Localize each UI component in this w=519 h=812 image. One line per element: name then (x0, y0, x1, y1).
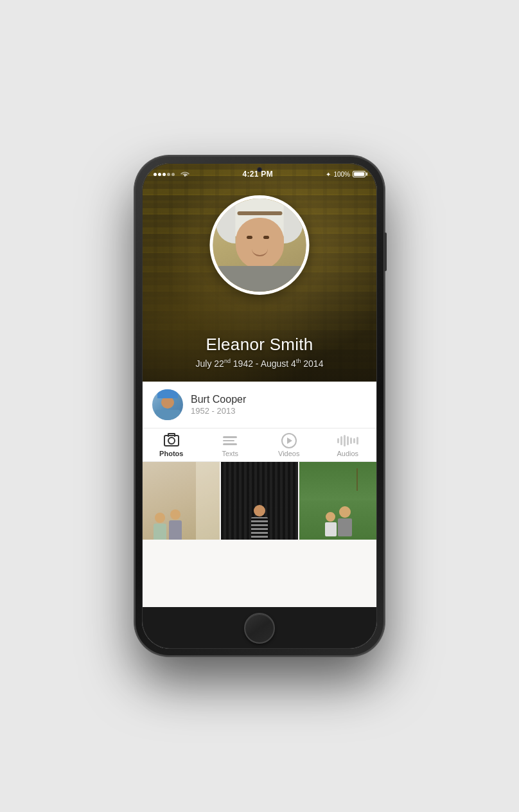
hero-info: Eleanor Smith July 22nd 1942 - August 4t… (142, 335, 377, 369)
wifi-icon (180, 168, 189, 180)
tab-videos-label: Videos (278, 450, 299, 457)
signal-dot-3 (163, 173, 166, 176)
tab-videos[interactable]: Videos (260, 434, 319, 457)
content-area: Burt Cooper 1952 - 2013 Photos (142, 382, 377, 607)
tab-texts-label: Texts (222, 450, 238, 457)
signal-dot-1 (154, 173, 157, 176)
photo-cell-3[interactable] (299, 462, 377, 540)
person-dates: July 22nd 1942 - August 4th 2014 (142, 358, 377, 369)
photo-cell-2[interactable] (221, 462, 299, 540)
tab-bar: Photos Texts (142, 428, 377, 462)
tab-texts[interactable]: Texts (201, 434, 260, 457)
tab-audios[interactable]: Audios (319, 434, 378, 457)
signal-dot-5 (172, 173, 175, 176)
tab-audios-label: Audios (337, 450, 358, 457)
battery-icon (353, 171, 365, 177)
text-lines-icon (221, 434, 239, 448)
related-person-name: Burt Cooper (191, 394, 246, 405)
front-camera (257, 167, 262, 172)
hero-section: Eleanor Smith July 22nd 1942 - August 4t… (142, 163, 377, 382)
tab-photos-label: Photos (159, 450, 183, 457)
audio-icon (339, 434, 356, 448)
photo-grid (142, 462, 377, 607)
signal-indicator (154, 173, 175, 176)
photo-cell-1[interactable] (142, 462, 220, 540)
signal-dot-4 (167, 173, 170, 176)
status-left (154, 168, 189, 180)
tab-photos[interactable]: Photos (142, 434, 201, 457)
phone-screen: 4:21 PM ✦ 100% (142, 163, 377, 649)
signal-dot-2 (158, 173, 161, 176)
battery-percentage: 100% (333, 171, 350, 178)
related-person-card[interactable]: Burt Cooper 1952 - 2013 (142, 382, 377, 428)
status-bar: 4:21 PM ✦ 100% (142, 163, 377, 181)
bluetooth-icon: ✦ (326, 171, 331, 178)
phone-device: 4:21 PM ✦ 100% (134, 155, 385, 657)
profile-avatar[interactable] (210, 195, 310, 295)
person-name: Eleanor Smith (142, 335, 377, 355)
related-person-years: 1952 - 2013 (191, 406, 246, 416)
home-button-area (142, 607, 377, 649)
camera-icon (163, 434, 180, 448)
status-right: ✦ 100% (326, 171, 365, 178)
profile-photo (213, 199, 306, 292)
birth-date: July 22nd 1942 - August 4th 2014 (196, 358, 324, 369)
home-button[interactable] (244, 613, 275, 644)
play-icon (280, 434, 298, 448)
related-person-info: Burt Cooper 1952 - 2013 (191, 394, 246, 416)
related-avatar (152, 389, 183, 420)
